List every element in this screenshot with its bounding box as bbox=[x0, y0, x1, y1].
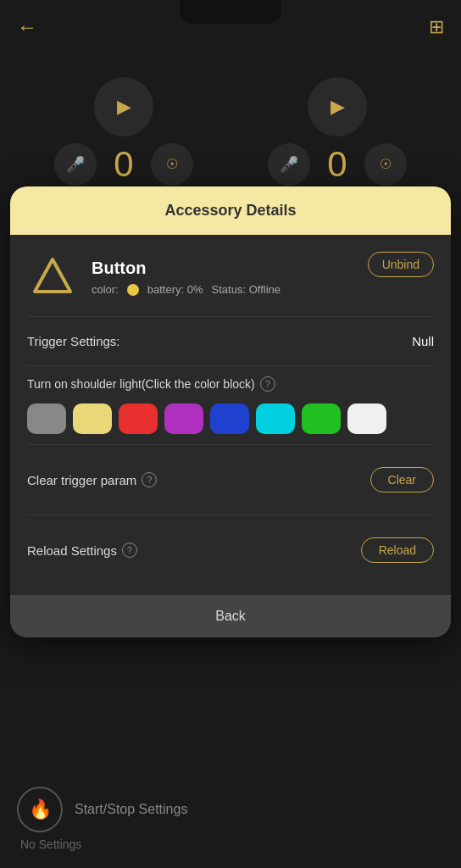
right-dial-value: 0 bbox=[320, 144, 354, 185]
left-play-button[interactable]: ▶ bbox=[94, 77, 153, 136]
right-fingerprint-icon: ☉ bbox=[380, 156, 392, 172]
right-play-icon: ▶ bbox=[330, 96, 345, 118]
right-controller-group: ▶ 🎤 0 ☉ B:100 bbox=[268, 77, 407, 205]
left-mic-icon: 🎤 bbox=[66, 155, 85, 174]
color-swatch-purple[interactable] bbox=[164, 403, 203, 434]
clear-trigger-help-icon[interactable]: ? bbox=[142, 472, 157, 487]
flame-circle[interactable]: 🔥 bbox=[17, 787, 63, 832]
color-swatch-gray[interactable] bbox=[27, 403, 66, 434]
no-settings-label: No Settings bbox=[17, 837, 444, 851]
left-mic-button[interactable]: 🎤 bbox=[54, 143, 97, 186]
right-fingerprint-button[interactable]: ☉ bbox=[364, 143, 407, 186]
divider-2 bbox=[27, 365, 434, 366]
trigger-settings-row: Trigger Settings: Null bbox=[27, 327, 434, 355]
start-stop-label: Start/Stop Settings bbox=[75, 802, 187, 817]
left-controller-group: ▶ 🎤 0 ☉ A:103 bbox=[54, 77, 193, 205]
divider-4 bbox=[27, 515, 434, 515]
reload-settings-text: Reload Settings bbox=[27, 543, 117, 558]
accessory-info: Button color: battery: 0% Status: Offlin… bbox=[92, 259, 354, 296]
trigger-settings-label: Trigger Settings: bbox=[27, 334, 120, 348]
left-fingerprint-icon: ☉ bbox=[166, 156, 178, 172]
divider-1 bbox=[27, 316, 434, 317]
grid-icon[interactable]: ⊞ bbox=[429, 16, 444, 38]
back-arrow-icon[interactable]: ← bbox=[17, 15, 37, 39]
color-dot bbox=[127, 284, 139, 296]
reload-settings-help-icon[interactable]: ? bbox=[122, 542, 137, 558]
reload-settings-row: Reload Settings ? Reload bbox=[27, 526, 434, 575]
left-fingerprint-button[interactable]: ☉ bbox=[151, 143, 193, 186]
modal-body: Button color: battery: 0% Status: Offlin… bbox=[10, 235, 451, 592]
shoulder-light-label: Turn on shoulder light(Click the color b… bbox=[27, 376, 434, 392]
notch bbox=[180, 0, 281, 24]
left-sub-controls: 🎤 0 ☉ bbox=[54, 143, 193, 186]
color-swatch-cyan[interactable] bbox=[256, 403, 295, 434]
color-swatch-white[interactable] bbox=[347, 403, 386, 434]
accessory-row: Button color: battery: 0% Status: Offlin… bbox=[27, 252, 434, 303]
shoulder-light-help-icon[interactable]: ? bbox=[260, 376, 275, 392]
triangle-icon-container bbox=[27, 252, 78, 303]
right-sub-controls: 🎤 0 ☉ bbox=[268, 143, 407, 186]
color-label: color: bbox=[92, 283, 119, 296]
reload-button[interactable]: Reload bbox=[361, 537, 434, 563]
modal-title: Accessory Details bbox=[164, 202, 296, 219]
shoulder-light-text: Turn on shoulder light(Click the color b… bbox=[27, 377, 255, 391]
accessory-meta: color: battery: 0% Status: Offline bbox=[92, 283, 354, 296]
right-play-button[interactable]: ▶ bbox=[308, 77, 367, 136]
reload-settings-label: Reload Settings ? bbox=[27, 542, 137, 558]
clear-trigger-label: Clear trigger param ? bbox=[27, 472, 157, 487]
color-swatches bbox=[27, 403, 434, 434]
divider-3 bbox=[27, 444, 434, 445]
left-dial-value: 0 bbox=[107, 144, 141, 185]
clear-trigger-text: Clear trigger param bbox=[27, 473, 136, 487]
clear-button[interactable]: Clear bbox=[370, 467, 434, 492]
status-label: Status: Offline bbox=[212, 283, 280, 296]
right-mic-button[interactable]: 🎤 bbox=[268, 143, 310, 186]
bottom-area: 🔥 Start/Stop Settings No Settings bbox=[0, 770, 461, 868]
right-mic-icon: 🎤 bbox=[280, 155, 298, 174]
start-stop-row: 🔥 Start/Stop Settings bbox=[17, 787, 444, 832]
color-swatch-blue[interactable] bbox=[210, 403, 249, 434]
color-swatch-red[interactable] bbox=[119, 403, 158, 434]
back-button[interactable]: Back bbox=[10, 595, 451, 637]
modal-header: Accessory Details bbox=[10, 186, 451, 235]
unbind-button[interactable]: Unbind bbox=[368, 252, 434, 277]
triangle-svg bbox=[30, 254, 75, 300]
left-play-icon: ▶ bbox=[117, 96, 131, 118]
shoulder-light-section: Turn on shoulder light(Click the color b… bbox=[27, 376, 434, 434]
color-swatch-green[interactable] bbox=[302, 403, 341, 434]
accessory-name: Button bbox=[92, 259, 354, 278]
battery-label: battery: 0% bbox=[147, 283, 203, 296]
trigger-settings-value: Null bbox=[412, 334, 434, 348]
modal: Accessory Details Button color: battery:… bbox=[10, 186, 451, 637]
color-swatch-yellow[interactable] bbox=[73, 403, 112, 434]
top-bar: ← ⊞ bbox=[0, 0, 461, 47]
clear-trigger-row: Clear trigger param ? Clear bbox=[27, 455, 434, 504]
flame-icon: 🔥 bbox=[29, 798, 52, 821]
